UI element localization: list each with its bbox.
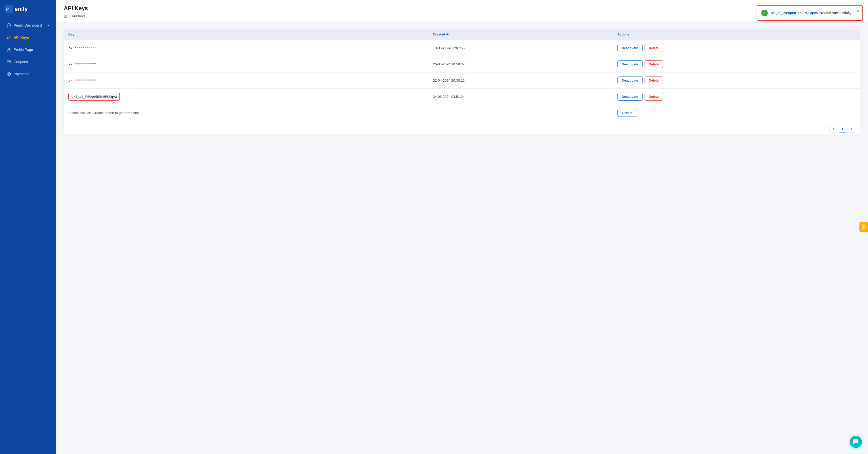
logo-icon: P [5, 5, 13, 13]
sidebar-item-dashboard[interactable]: Penify Dashboard ▾ [2, 20, 54, 31]
page-title: API Keys [64, 5, 860, 12]
sidebar-item-payments[interactable]: Payments [2, 68, 54, 80]
table-cell-key: skI_ai_P89q09D5c9PCCqvW [64, 89, 428, 105]
deactivate-button-1[interactable]: Deactivate [617, 60, 643, 68]
svg-rect-5 [7, 61, 11, 63]
delete-button-0[interactable]: Delete [645, 44, 663, 52]
sidebar-item-api-keys[interactable]: API Keys [2, 32, 54, 43]
highlighted-key: skI_ai_P89q09D5c9PCCqvW [68, 93, 120, 101]
sidebar-item-dashboard-label: Penify Dashboard [14, 23, 42, 27]
side-widget[interactable] [859, 222, 868, 232]
payments-icon [7, 72, 11, 76]
sidebar-item-payments-label: Payments [14, 72, 29, 76]
breadcrumb-current: API Keys [72, 14, 85, 18]
chevron-down-icon: ▾ [47, 23, 49, 27]
table-create-row: Please click an 'Create' button to gener… [64, 105, 860, 121]
table-cell-created-at: 26-04-2024 20:59:37 [428, 56, 613, 73]
main-header: API Keys 🏠 / API Keys [56, 0, 868, 22]
toast-notification: ✓ skI_ai_P89q09D5c9PCCqvW created succes… [757, 5, 863, 21]
delete-button-3[interactable]: Delete [645, 93, 663, 101]
pagination-prev-button[interactable]: < [830, 125, 837, 133]
table-row: skI_ai_P89q09D5c9PCCqvW24-08-2024 03:51:… [64, 89, 860, 105]
table-cell-actions: DeactivateDelete [613, 40, 860, 56]
sidebar-item-profile[interactable]: Profile Page [2, 44, 54, 55]
side-widget-icon [861, 224, 866, 230]
create-button[interactable]: Create [617, 109, 637, 117]
sidebar-item-profile-label: Profile Page [14, 48, 33, 52]
pagination: < 1 > [64, 121, 860, 135]
chat-icon [853, 439, 859, 445]
api-keys-table: Key Created At Actions sk_***********10-… [64, 29, 860, 121]
logo-text: enify [15, 6, 28, 12]
sidebar-item-coupons-label: Coupons [14, 60, 28, 64]
breadcrumb-separator: / [69, 14, 70, 18]
table-cell-key: sk_*********** [64, 40, 428, 56]
delete-button-2[interactable]: Delete [645, 77, 663, 84]
svg-text:P: P [6, 6, 9, 12]
profile-icon [7, 47, 11, 52]
table-cell-actions: DeactivateDelete [613, 73, 860, 89]
col-key: Key [64, 29, 428, 40]
sidebar-item-api-keys-label: API Keys [14, 35, 29, 39]
table-header-row: Key Created At Actions [64, 29, 860, 40]
key-text: sk_*********** [68, 62, 96, 66]
content-area: Key Created At Actions sk_***********10-… [56, 22, 868, 454]
table-row: sk_***********22-04-2024 20:30:12Deactiv… [64, 73, 860, 89]
main-content: ✓ skI_ai_P89q09D5c9PCCqvW created succes… [56, 0, 868, 454]
pagination-next-button[interactable]: > [848, 125, 855, 133]
breadcrumb-home-icon[interactable]: 🏠 [64, 14, 68, 18]
deactivate-button-0[interactable]: Deactivate [617, 44, 643, 52]
create-row-date-empty [428, 105, 613, 121]
sidebar: P enify Penify Dashboard ▾ API Keys Prof… [0, 0, 56, 454]
svg-point-4 [8, 48, 10, 50]
toast-key-name: skI_ai_P89q09D5c9PCCqvW [771, 11, 818, 15]
api-keys-icon [7, 35, 11, 40]
sidebar-item-coupons[interactable]: Coupons [2, 56, 54, 67]
table-cell-created-at: 10-03-2024 22:01:55 [428, 40, 613, 56]
table-row: sk_***********26-04-2024 20:59:37Deactiv… [64, 56, 860, 73]
create-row-action: Create [613, 105, 860, 121]
toast-text: skI_ai_P89q09D5c9PCCqvW created successf… [771, 11, 851, 15]
delete-button-1[interactable]: Delete [645, 60, 663, 68]
key-text: sk_*********** [68, 79, 96, 82]
dashboard-icon [7, 23, 11, 28]
table-cell-created-at: 22-04-2024 20:30:12 [428, 73, 613, 89]
table-row: sk_***********10-03-2024 22:01:55Deactiv… [64, 40, 860, 56]
table-cell-key: sk_*********** [64, 56, 428, 73]
deactivate-button-2[interactable]: Deactivate [617, 77, 643, 84]
coupons-icon [7, 60, 11, 64]
chat-button[interactable] [850, 436, 862, 448]
deactivate-button-3[interactable]: Deactivate [617, 93, 643, 101]
create-row-message: Please click an 'Create' button to gener… [64, 105, 428, 121]
table-cell-actions: DeactivateDelete [613, 56, 860, 73]
toast-message-suffix: created successfully [818, 11, 851, 15]
api-keys-table-card: Key Created At Actions sk_***********10-… [64, 29, 860, 135]
svg-point-3 [7, 37, 9, 39]
table-cell-actions: DeactivateDelete [613, 89, 860, 105]
sidebar-logo: P enify [0, 0, 56, 19]
breadcrumb: 🏠 / API Keys [64, 14, 860, 22]
toast-close-button[interactable]: × [857, 9, 859, 13]
col-created-at: Created At [428, 29, 613, 40]
col-actions: Actions [613, 29, 860, 40]
table-cell-created-at: 24-08-2024 03:51:24 [428, 89, 613, 105]
toast-check-icon: ✓ [761, 10, 768, 16]
pagination-page-1-button[interactable]: 1 [839, 125, 846, 133]
key-text: sk_*********** [68, 46, 96, 50]
table-cell-key: sk_*********** [64, 73, 428, 89]
